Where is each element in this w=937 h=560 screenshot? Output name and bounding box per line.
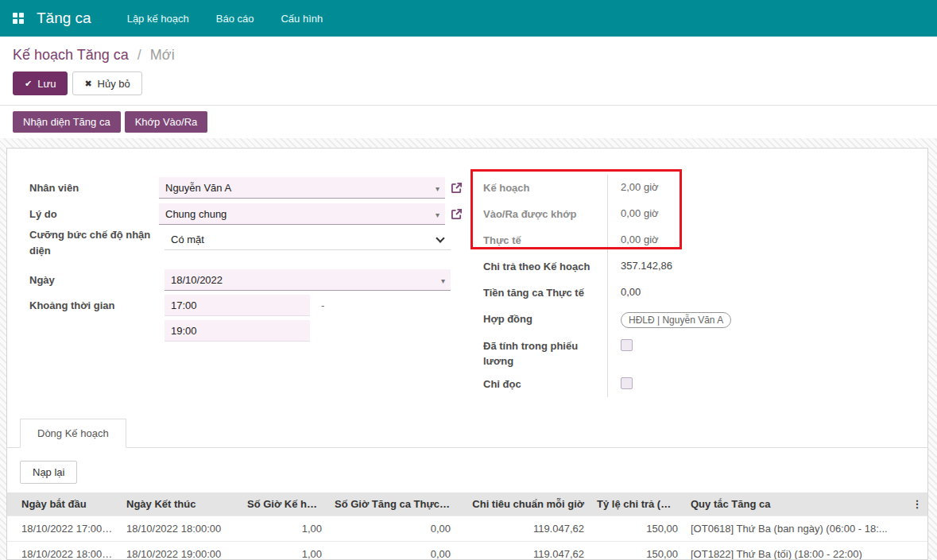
chevron-down-icon[interactable]: ▾: [441, 276, 445, 284]
planned-pay-value: 357.142,86: [607, 253, 900, 280]
col-header-standard-pay[interactable]: Chi tiêu chuẩn mỗi giờ: [457, 492, 590, 516]
cell-options: [907, 542, 927, 560]
col-header-end-date[interactable]: Ngày Kết thúc: [120, 492, 241, 516]
cell-ot-rule[interactable]: [OT0618] Thứ Ba (ban ngày) (06:00 - 18:.…: [684, 516, 907, 542]
table-row[interactable]: 18/10/2022 18:00:00 18/10/2022 19:00:00 …: [7, 542, 927, 560]
date-field[interactable]: 18/10/2022 ▾: [165, 269, 451, 291]
cell-end-date[interactable]: 18/10/2022 19:00:00: [120, 542, 241, 560]
in-payslip-checkbox[interactable]: [621, 339, 633, 351]
discard-button[interactable]: ✖ Hủy bỏ: [72, 71, 141, 95]
table-row[interactable]: 18/10/2022 17:00:00 18/10/2022 18:00:00 …: [7, 516, 927, 542]
date-label: Ngày: [29, 272, 165, 288]
cell-standard-pay[interactable]: 119.047,62: [457, 516, 590, 542]
matched-hours-value: 0,00 giờ: [607, 201, 900, 227]
cell-pay-rate[interactable]: 150,00: [590, 516, 684, 542]
date-row: Ngày 18/10/2022 ▾: [29, 267, 463, 293]
chevron-down-icon[interactable]: ▾: [436, 183, 439, 192]
date-input[interactable]: 18/10/2022: [165, 269, 451, 291]
close-icon: ✖: [84, 79, 91, 89]
form-left-column: Nhân viên Nguyễn Văn A ▾ Lý do: [29, 175, 463, 397]
col-header-start-date[interactable]: Ngày bắt đầu: [7, 492, 120, 516]
cell-planned-hours[interactable]: 1,00: [241, 516, 328, 542]
cell-ot-rule[interactable]: [OT1822] Thứ Ba (tối) (18:00 - 22:00): [684, 542, 907, 560]
reload-button[interactable]: Nạp lại: [20, 461, 77, 484]
planned-hours-label: Kế hoạch: [483, 175, 607, 201]
match-checkin-button[interactable]: Khớp Vào/Ra: [125, 111, 208, 133]
actual-hours-label: Thực tế: [483, 227, 607, 253]
contract-row: Hợp đồng HĐLĐ | Nguyễn Văn A: [483, 306, 900, 333]
matched-hours-label: Vào/Ra được khớp: [483, 201, 607, 227]
mode-field[interactable]: Có mặt: [165, 229, 451, 250]
nav-menu-reports[interactable]: Báo cáo: [203, 2, 268, 36]
cell-pay-rate[interactable]: 150,00: [590, 542, 684, 560]
actual-hours-value: 0,00 giờ: [607, 227, 900, 253]
external-link-icon[interactable]: [451, 208, 463, 220]
breadcrumb-parent-link[interactable]: Kế hoạch Tăng ca: [13, 47, 129, 63]
top-navbar: Tăng ca Lập kế hoạch Báo cáo Cấu hình: [0, 0, 937, 37]
period-from-row: Khoảng thời gian 17:00 -: [29, 293, 463, 318]
actual-pay-row: Tiền tăng ca Thực tế 0,00: [483, 280, 900, 306]
column-options-icon[interactable]: ⋮: [907, 492, 927, 516]
reason-label: Lý do: [29, 207, 159, 222]
table-header-row: Ngày bắt đầu Ngày Kết thúc Số Giờ Kế hoạ…: [7, 492, 927, 516]
form-right-column: Kế hoạch 2,00 giờ Vào/Ra được khớp 0,00 …: [483, 175, 927, 397]
save-button-label: Lưu: [37, 78, 56, 90]
cell-options: [907, 516, 927, 542]
sheet-background: Nhân viên Nguyễn Văn A ▾ Lý do: [0, 138, 937, 560]
in-payslip-cell: [607, 333, 900, 371]
save-button[interactable]: ✔ Lưu: [13, 71, 68, 95]
col-header-pay-rate[interactable]: Tỷ lệ chi trả (%)...: [590, 492, 684, 516]
tab-plan-lines[interactable]: Dòng Kế hoạch: [20, 419, 126, 448]
range-separator: -: [321, 299, 324, 311]
app-title[interactable]: Tăng ca: [37, 10, 91, 27]
check-icon: ✔: [25, 79, 32, 89]
mode-label: Cưỡng bức chế độ nhận diện: [29, 227, 165, 258]
apps-grid-icon[interactable]: [13, 13, 25, 25]
reason-input[interactable]: Chung chung: [159, 203, 445, 225]
nav-menu-planning[interactable]: Lập kế hoạch: [114, 2, 203, 36]
cell-end-date[interactable]: 18/10/2022 18:00:00: [120, 516, 241, 542]
contract-value-cell: HĐLĐ | Nguyễn Văn A: [607, 306, 900, 333]
breadcrumb: Kế hoạch Tăng ca / Mới: [0, 37, 937, 68]
col-header-planned-hours[interactable]: Số Giờ Kế hoạch...: [241, 492, 328, 516]
chevron-down-icon[interactable]: ▾: [436, 210, 439, 218]
employee-row: Nhân viên Nguyễn Văn A ▾: [29, 175, 463, 201]
employee-field[interactable]: Nguyễn Văn A ▾: [159, 177, 445, 199]
cell-start-date[interactable]: 18/10/2022 17:00:00: [7, 516, 120, 542]
action-buttons-row: ✔ Lưu ✖ Hủy bỏ: [0, 68, 937, 105]
readonly-checkbox[interactable]: [621, 377, 633, 389]
cell-start-date[interactable]: 18/10/2022 18:00:00: [7, 542, 120, 560]
breadcrumb-separator: /: [137, 47, 141, 63]
actual-pay-value: 0,00: [607, 280, 900, 306]
mode-select[interactable]: Có mặt: [165, 229, 451, 250]
period-from-input[interactable]: 17:00: [165, 295, 310, 316]
smart-buttons-row: Nhận diện Tăng ca Khớp Vào/Ra: [0, 106, 937, 138]
notebook: Dòng Kế hoạch Nạp lại Ngày bắt đầu Ngày …: [7, 419, 927, 560]
breadcrumb-current: Mới: [150, 47, 175, 63]
cell-planned-hours[interactable]: 1,00: [241, 542, 328, 560]
reason-row: Lý do Chung chung ▾: [29, 201, 463, 227]
employee-label: Nhân viên: [29, 180, 159, 196]
reason-field[interactable]: Chung chung ▾: [159, 203, 445, 225]
period-to-input[interactable]: 19:00: [165, 320, 310, 342]
plan-lines-table: Ngày bắt đầu Ngày Kết thúc Số Giờ Kế hoạ…: [7, 492, 927, 560]
contract-label: Hợp đồng: [483, 306, 607, 333]
external-link-icon[interactable]: [451, 182, 463, 194]
actual-hours-row: Thực tế 0,00 giờ: [483, 227, 900, 253]
employee-input[interactable]: Nguyễn Văn A: [159, 177, 445, 199]
in-payslip-label: Đã tính trong phiếu lương: [483, 333, 607, 371]
attendance-overtime-button[interactable]: Nhận diện Tăng ca: [13, 111, 121, 133]
period-label: Khoảng thời gian: [29, 298, 165, 314]
col-header-actual-ot-hours[interactable]: Số Giờ Tăng ca Thực tế: [328, 492, 457, 516]
cell-actual-ot-hours[interactable]: 0,00: [328, 516, 457, 542]
col-header-ot-rule[interactable]: Quy tắc Tăng ca: [684, 492, 907, 516]
planned-hours-value: 2,00 giờ: [607, 175, 900, 201]
form-area: Nhân viên Nguyễn Văn A ▾ Lý do: [7, 149, 927, 397]
contract-badge[interactable]: HĐLĐ | Nguyễn Văn A: [621, 312, 731, 328]
discard-button-label: Hủy bỏ: [98, 78, 130, 90]
cell-actual-ot-hours[interactable]: 0,00: [328, 542, 457, 560]
matched-hours-row: Vào/Ra được khớp 0,00 giờ: [483, 201, 900, 227]
nav-menu-settings[interactable]: Cấu hình: [267, 2, 336, 36]
cell-standard-pay[interactable]: 119.047,62: [457, 542, 590, 560]
readonly-row: Chỉ đọc: [483, 371, 900, 397]
